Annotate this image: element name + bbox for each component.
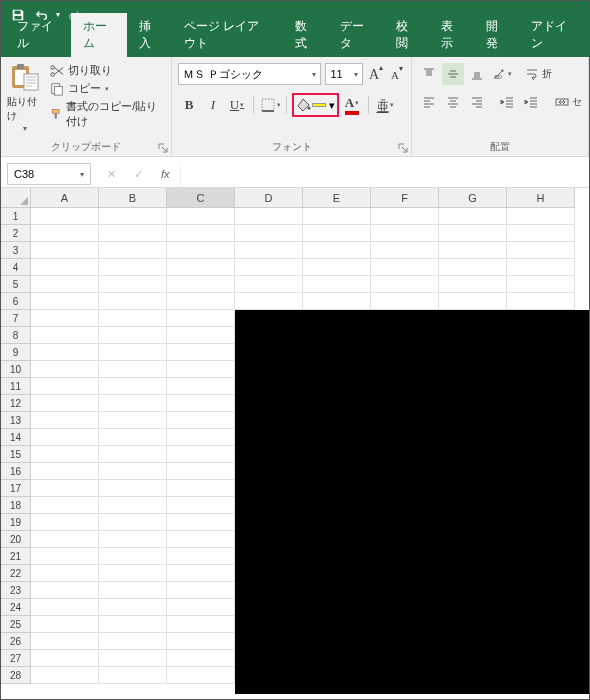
cell[interactable] bbox=[167, 429, 235, 446]
row-header-3[interactable]: 3 bbox=[1, 242, 31, 259]
tab-addins[interactable]: アドイン bbox=[519, 13, 585, 57]
cell[interactable] bbox=[31, 293, 99, 310]
cell[interactable] bbox=[31, 361, 99, 378]
cell[interactable] bbox=[235, 276, 303, 293]
cell[interactable] bbox=[507, 225, 575, 242]
cell[interactable] bbox=[31, 565, 99, 582]
phonetic-guide-button[interactable]: ア亜▾ bbox=[374, 94, 396, 116]
cell[interactable] bbox=[31, 259, 99, 276]
formula-bar[interactable] bbox=[180, 163, 589, 185]
cell[interactable] bbox=[31, 395, 99, 412]
cell[interactable] bbox=[31, 225, 99, 242]
row-header-11[interactable]: 11 bbox=[1, 378, 31, 395]
cell[interactable] bbox=[439, 242, 507, 259]
cell[interactable] bbox=[167, 310, 235, 327]
cell[interactable] bbox=[371, 242, 439, 259]
cell[interactable] bbox=[31, 667, 99, 684]
cell[interactable] bbox=[167, 480, 235, 497]
cell[interactable] bbox=[31, 242, 99, 259]
cell[interactable] bbox=[99, 514, 167, 531]
cell[interactable] bbox=[31, 582, 99, 599]
cell[interactable] bbox=[439, 293, 507, 310]
cell[interactable] bbox=[99, 531, 167, 548]
orientation-button[interactable]: ab▾ bbox=[490, 63, 512, 85]
increase-font-size-button[interactable]: A▴ bbox=[369, 66, 383, 83]
cell[interactable] bbox=[99, 548, 167, 565]
cell[interactable] bbox=[167, 531, 235, 548]
row-header-24[interactable]: 24 bbox=[1, 599, 31, 616]
col-header-F[interactable]: F bbox=[371, 188, 439, 208]
cell[interactable] bbox=[507, 208, 575, 225]
cell[interactable] bbox=[99, 344, 167, 361]
cell[interactable] bbox=[167, 242, 235, 259]
cell[interactable] bbox=[371, 225, 439, 242]
cell[interactable] bbox=[99, 208, 167, 225]
cell[interactable] bbox=[167, 633, 235, 650]
cell[interactable] bbox=[167, 225, 235, 242]
align-right-button[interactable] bbox=[466, 91, 488, 113]
align-top-button[interactable] bbox=[418, 63, 440, 85]
font-name-selector[interactable]: ＭＳ Ｐゴシック▾ bbox=[178, 63, 321, 85]
cell[interactable] bbox=[99, 446, 167, 463]
cell[interactable] bbox=[99, 497, 167, 514]
row-header-12[interactable]: 12 bbox=[1, 395, 31, 412]
col-header-C[interactable]: C bbox=[167, 188, 235, 208]
cell[interactable] bbox=[99, 378, 167, 395]
row-header-4[interactable]: 4 bbox=[1, 259, 31, 276]
cell[interactable] bbox=[439, 259, 507, 276]
cell[interactable] bbox=[167, 276, 235, 293]
row-header-10[interactable]: 10 bbox=[1, 361, 31, 378]
cell[interactable] bbox=[167, 548, 235, 565]
cell[interactable] bbox=[167, 361, 235, 378]
tab-page-layout[interactable]: ページ レイアウト bbox=[172, 13, 283, 57]
cell[interactable] bbox=[507, 276, 575, 293]
cell[interactable] bbox=[235, 259, 303, 276]
cell[interactable] bbox=[99, 276, 167, 293]
cell[interactable] bbox=[303, 276, 371, 293]
cell[interactable] bbox=[235, 242, 303, 259]
cell[interactable] bbox=[371, 259, 439, 276]
align-bottom-button[interactable] bbox=[466, 63, 488, 85]
col-header-A[interactable]: A bbox=[31, 188, 99, 208]
row-header-22[interactable]: 22 bbox=[1, 565, 31, 582]
cell[interactable] bbox=[99, 429, 167, 446]
cell[interactable] bbox=[167, 344, 235, 361]
cell[interactable] bbox=[167, 293, 235, 310]
cell[interactable] bbox=[507, 293, 575, 310]
cell[interactable] bbox=[31, 327, 99, 344]
align-center-button[interactable] bbox=[442, 91, 464, 113]
align-middle-button[interactable] bbox=[442, 63, 464, 85]
name-box[interactable]: C38▾ bbox=[7, 163, 91, 185]
cell[interactable] bbox=[99, 463, 167, 480]
cell[interactable] bbox=[99, 650, 167, 667]
cell[interactable] bbox=[99, 667, 167, 684]
row-header-17[interactable]: 17 bbox=[1, 480, 31, 497]
cell[interactable] bbox=[31, 650, 99, 667]
font-dialog-launcher-icon[interactable] bbox=[397, 142, 409, 154]
cell[interactable] bbox=[439, 208, 507, 225]
tab-view[interactable]: 表示 bbox=[429, 13, 474, 57]
cell[interactable] bbox=[167, 395, 235, 412]
tab-file[interactable]: ファイル bbox=[5, 13, 71, 57]
cell[interactable] bbox=[99, 310, 167, 327]
merge-center-button[interactable]: セ bbox=[554, 91, 582, 113]
row-header-19[interactable]: 19 bbox=[1, 514, 31, 531]
cell[interactable] bbox=[31, 531, 99, 548]
cell[interactable] bbox=[99, 395, 167, 412]
format-painter-button[interactable]: 書式のコピー/貼り付け bbox=[50, 99, 165, 129]
cell[interactable] bbox=[507, 242, 575, 259]
cell[interactable] bbox=[31, 514, 99, 531]
row-header-28[interactable]: 28 bbox=[1, 667, 31, 684]
row-header-18[interactable]: 18 bbox=[1, 497, 31, 514]
fill-color-button[interactable]: ▾ bbox=[292, 93, 339, 117]
row-header-1[interactable]: 1 bbox=[1, 208, 31, 225]
row-header-7[interactable]: 7 bbox=[1, 310, 31, 327]
cell[interactable] bbox=[167, 446, 235, 463]
font-color-button[interactable]: A▾ bbox=[341, 94, 363, 116]
bold-button[interactable]: B bbox=[178, 94, 200, 116]
col-header-E[interactable]: E bbox=[303, 188, 371, 208]
cell[interactable] bbox=[439, 276, 507, 293]
align-left-button[interactable] bbox=[418, 91, 440, 113]
cell[interactable] bbox=[303, 208, 371, 225]
cell[interactable] bbox=[99, 242, 167, 259]
